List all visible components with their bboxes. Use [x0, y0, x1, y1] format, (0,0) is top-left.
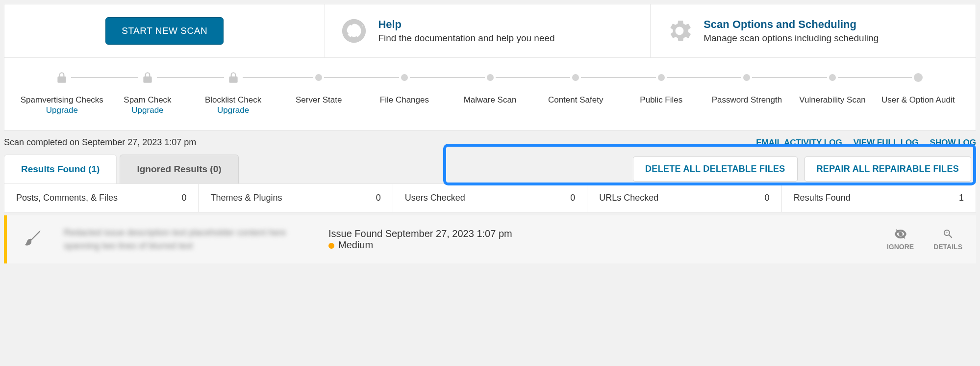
step-dot-icon	[914, 73, 923, 82]
log-links: EMAIL ACTIVITY LOG VIEW FULL LOG SHOW LO…	[747, 137, 976, 148]
lock-icon	[227, 70, 240, 85]
status-row: Scan completed on September 27, 2023 1:0…	[4, 131, 976, 153]
top-panels-row: START NEW SCAN Help Find the documentati…	[4, 4, 976, 58]
stat-cell: Users Checked0	[393, 184, 587, 212]
help-desc: Find the documentation and help you need	[378, 33, 554, 44]
upgrade-link[interactable]: Upgrade	[217, 105, 249, 115]
issue-title-redacted: Redacted issue description text placehol…	[64, 226, 309, 253]
stat-value: 0	[181, 193, 186, 203]
lock-icon	[141, 70, 154, 85]
scan-stats-row: Posts, Comments, & Files0Themes & Plugin…	[4, 183, 976, 212]
stat-cell: Results Found1	[782, 184, 976, 212]
step-label: Vulnerability Scan	[799, 95, 865, 105]
step-dot-icon	[401, 74, 408, 81]
tab-action-area: Results Found (1) Ignored Results (0) DE…	[4, 155, 976, 183]
ignore-button[interactable]: IGNORE	[887, 228, 914, 251]
step-dot-icon	[487, 74, 494, 81]
scan-step: Blocklist CheckUpgrade	[190, 70, 276, 115]
start-scan-panel: START NEW SCAN	[4, 4, 325, 58]
step-dot-icon	[315, 74, 322, 81]
view-full-log-link[interactable]: VIEW FULL LOG	[854, 138, 919, 147]
stat-label: Results Found	[794, 193, 851, 203]
issue-severity: Medium	[328, 239, 512, 251]
scan-step: Vulnerability Scan	[790, 70, 876, 105]
step-label: Blocklist Check	[205, 95, 261, 105]
eye-slash-icon	[893, 228, 908, 240]
upgrade-link[interactable]: Upgrade	[131, 105, 163, 115]
stat-value: 0	[765, 193, 770, 203]
gear-icon	[665, 17, 694, 45]
options-panel[interactable]: Scan Options and Scheduling Manage scan …	[650, 4, 976, 58]
stat-cell: Themes & Plugins0	[199, 184, 393, 212]
start-new-scan-button[interactable]: START NEW SCAN	[105, 17, 224, 45]
scan-status-text: Scan completed on September 27, 2023 1:0…	[4, 137, 196, 148]
details-button[interactable]: DETAILS	[933, 228, 962, 251]
brush-icon	[21, 228, 44, 251]
step-label: File Changes	[380, 95, 429, 105]
result-tabs: Results Found (1) Ignored Results (0)	[4, 155, 242, 183]
step-dot-icon	[572, 74, 579, 81]
issue-found-text: Issue Found September 27, 2023 1:07 pm	[328, 228, 512, 239]
stat-label: Themes & Plugins	[210, 193, 282, 203]
step-label: Password Strength	[712, 95, 782, 105]
email-activity-log-link[interactable]: EMAIL ACTIVITY LOG	[756, 138, 842, 147]
help-panel[interactable]: Help Find the documentation and help you…	[325, 4, 650, 58]
upgrade-link[interactable]: Upgrade	[46, 105, 78, 115]
stat-label: URLs Checked	[599, 193, 658, 203]
show-log-link[interactable]: SHOW LOG	[930, 138, 976, 147]
stat-cell: URLs Checked0	[587, 184, 781, 212]
scan-step: User & Option Audit	[875, 70, 961, 105]
app-root: START NEW SCAN Help Find the documentati…	[0, 0, 980, 267]
step-label: Public Files	[640, 95, 682, 105]
stat-value: 1	[959, 193, 964, 203]
issue-meta: Issue Found September 27, 2023 1:07 pm M…	[328, 228, 512, 251]
stat-label: Posts, Comments, & Files	[16, 193, 118, 203]
scan-step: Password Strength	[704, 70, 790, 105]
delete-all-button[interactable]: DELETE ALL DELETABLE FILES	[633, 157, 797, 182]
step-dot-icon	[829, 74, 836, 81]
life-ring-icon	[340, 17, 368, 45]
scan-step: Server State	[276, 70, 362, 105]
step-label: Server State	[296, 95, 342, 105]
scan-step: Malware Scan	[447, 70, 533, 105]
lock-icon	[55, 70, 68, 85]
help-text: Help Find the documentation and help you…	[378, 18, 554, 44]
severity-dot-icon	[328, 243, 334, 249]
stat-cell: Posts, Comments, & Files0	[4, 184, 199, 212]
step-label: Malware Scan	[464, 95, 517, 105]
tab-ignored-results[interactable]: Ignored Results (0)	[120, 155, 238, 183]
repair-all-button[interactable]: REPAIR ALL REPAIRABLE FILES	[804, 157, 971, 182]
help-title: Help	[378, 18, 554, 31]
options-text: Scan Options and Scheduling Manage scan …	[704, 18, 879, 44]
bulk-actions: DELETE ALL DELETABLE FILES REPAIR ALL RE…	[633, 157, 976, 182]
step-dot-icon	[658, 74, 665, 81]
scan-step: Spamvertising ChecksUpgrade	[19, 70, 105, 115]
tab-results-found[interactable]: Results Found (1)	[4, 155, 117, 183]
step-label: Spamvertising Checks	[21, 95, 103, 105]
stat-value: 0	[570, 193, 575, 203]
options-title: Scan Options and Scheduling	[704, 18, 879, 31]
stat-value: 0	[376, 193, 381, 203]
step-label: Spam Check	[124, 95, 171, 105]
step-label: User & Option Audit	[881, 95, 955, 105]
scan-step: Content Safety	[533, 70, 619, 105]
step-label: Content Safety	[548, 95, 603, 105]
scan-step: Spam CheckUpgrade	[105, 70, 191, 115]
zoom-in-icon	[941, 228, 955, 240]
scan-step: File Changes	[362, 70, 448, 105]
options-desc: Manage scan options including scheduling	[704, 33, 879, 44]
stat-label: Users Checked	[405, 193, 465, 203]
scan-steps-bar: Spamvertising ChecksUpgradeSpam CheckUpg…	[4, 58, 976, 131]
step-dot-icon	[743, 74, 750, 81]
scan-step: Public Files	[618, 70, 704, 105]
issue-row: Redacted issue description text placehol…	[4, 215, 976, 263]
